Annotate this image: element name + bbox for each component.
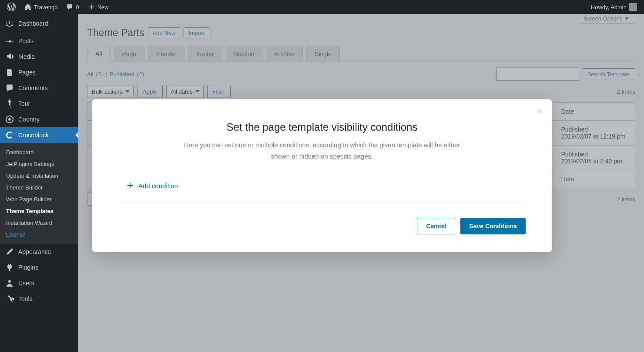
avatar xyxy=(629,3,637,11)
wp-logo[interactable] xyxy=(3,0,19,14)
comments-link[interactable]: 0 xyxy=(63,0,82,14)
new-link[interactable]: New xyxy=(84,0,112,14)
admin-topbar: Travengo 0 New Howdy, Admin xyxy=(0,0,644,14)
account-link[interactable]: Howdy, Admin xyxy=(587,0,641,14)
site-name: Travengo xyxy=(34,4,57,10)
comments-count: 0 xyxy=(76,4,79,10)
greeting: Howdy, Admin xyxy=(591,4,627,10)
new-label: New xyxy=(97,4,109,10)
site-link[interactable]: Travengo xyxy=(21,0,61,14)
